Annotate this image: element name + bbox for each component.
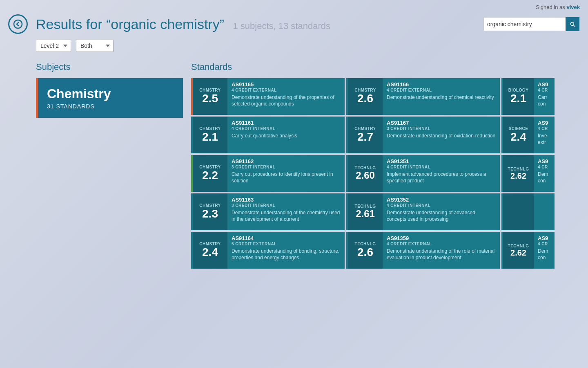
standards-row-5: CHMSTRY 2.4 AS91164 5 CREDIT EXTERNAL De… xyxy=(191,232,580,269)
std-credits-as91162: 3 CREDIT INTERNAL xyxy=(232,165,341,169)
title-suffix: ” xyxy=(220,16,224,32)
std-credits-science: 4 CR xyxy=(538,126,550,131)
back-button[interactable] xyxy=(8,14,28,34)
standards-row-2: CHMSTRY 2.1 AS91161 4 CREDIT INTERNAL Ca… xyxy=(191,117,580,153)
header-title: Results for “organic chemistry” 1 subjec… xyxy=(36,16,475,32)
std-number-2.3: 2.3 xyxy=(202,208,218,220)
std-desc-technlg-2: Dem con xyxy=(538,248,550,261)
std-number-bio: 2.1 xyxy=(510,92,526,105)
search-button[interactable] xyxy=(566,17,579,31)
svg-point-0 xyxy=(14,20,22,28)
std-desc-as91163: Demonstrate understanding of the chemist… xyxy=(232,209,341,222)
std-right-technlg-2: AS9 4 CR Dem con xyxy=(534,232,555,269)
std-number-2.2: 2.2 xyxy=(202,169,218,182)
subject-name: Chemistry xyxy=(47,86,174,101)
std-desc-as91167: Demonstrate understanding of oxidation-r… xyxy=(387,132,495,139)
std-code-as91162: AS91162 xyxy=(232,158,341,164)
subjects-col-header: Subjects xyxy=(36,62,191,72)
standard-card-science-partial[interactable]: SCIENCE 2.4 AS9 4 CR Inve extr xyxy=(501,117,555,153)
std-right-partial-4 xyxy=(534,193,542,230)
standard-card-as91164[interactable]: CHMSTRY 2.4 AS91164 5 CREDIT EXTERNAL De… xyxy=(191,232,345,269)
standard-card-as91162[interactable]: CHMSTRY 2.2 AS91162 3 CREDIT INTERNAL Ca… xyxy=(191,155,345,192)
std-code-as91352: AS91352 xyxy=(387,197,496,203)
std-credits-as91167: 3 CREDIT INTERNAL xyxy=(387,126,495,131)
std-credits-as91166: 4 CREDIT EXTERNAL xyxy=(387,88,494,92)
standard-card-as91163[interactable]: CHMSTRY 2.3 AS91163 3 CREDIT INTERNAL De… xyxy=(191,193,345,230)
std-credits-as91163: 3 CREDIT INTERNAL xyxy=(232,203,341,208)
standard-card-partial-4[interactable] xyxy=(501,193,555,230)
standard-card-technlg-partial-2[interactable]: TECHNLG 2.62 AS9 4 CR Dem con xyxy=(501,232,555,269)
std-code-as91165: AS91165 xyxy=(232,81,341,88)
std-number-2.61: 2.61 xyxy=(356,209,375,219)
std-code-as91166: AS91166 xyxy=(387,81,494,88)
std-right-as91162: AS91162 3 CREDIT INTERNAL Carry out proc… xyxy=(227,155,345,192)
std-credits-as91164: 5 CREDIT EXTERNAL xyxy=(232,242,341,246)
std-number-technlg-2: 2.62 xyxy=(510,248,526,257)
standard-card-as91166[interactable]: CHMSTRY 2.6 AS91166 4 CREDIT EXTERNAL De… xyxy=(346,78,500,115)
std-left-2.7: CHMSTRY 2.7 xyxy=(348,117,383,153)
header: Results for “organic chemistry” 1 subjec… xyxy=(0,10,588,34)
std-number-2.5: 2.5 xyxy=(202,92,218,105)
username-link[interactable]: vivek xyxy=(566,4,580,10)
std-left-2.5: CHMSTRY 2.5 xyxy=(193,78,227,115)
std-credits-as91359: 4 CREDIT EXTERNAL xyxy=(387,242,496,246)
std-number-2.1: 2.1 xyxy=(202,131,218,144)
std-credits-bio: 4 CR xyxy=(538,88,550,92)
std-number-2.6-tech: 2.6 xyxy=(357,246,373,259)
std-left-2.60: TECHNLG 2.60 xyxy=(348,155,383,192)
std-left-2.4: CHMSTRY 2.4 xyxy=(193,232,227,269)
std-credits-as91165: 4 CREDIT EXTERNAL xyxy=(232,88,341,92)
std-desc-as91161: Carry out quantitative analysis xyxy=(232,132,297,139)
std-desc-as91359: Demonstrate understanding of the role of… xyxy=(387,248,496,261)
main-content: Subjects Chemistry 31 STANDARDS Standard… xyxy=(0,52,588,277)
type-filter[interactable]: Both Internal External xyxy=(76,40,114,52)
std-number-2.4-b: 2.4 xyxy=(202,246,218,259)
standard-card-as91167[interactable]: CHMSTRY 2.7 AS91167 3 CREDIT INTERNAL De… xyxy=(346,117,500,153)
std-code-technlg-2: AS9 xyxy=(538,235,550,241)
std-subject-technlg-5: TECHNLG xyxy=(508,244,529,248)
standard-card-biology-partial[interactable]: BIOLOGY 2.1 AS9 4 CR Carr con xyxy=(501,78,555,115)
std-desc-as91166: Demonstrate understanding of chemical re… xyxy=(387,94,494,101)
standard-card-as91165[interactable]: CHMSTRY 2.5 AS91165 4 CREDIT EXTERNAL De… xyxy=(191,78,345,115)
std-right-as91166: AS91166 4 CREDIT EXTERNAL Demonstrate un… xyxy=(383,78,498,115)
std-left-2.1: CHMSTRY 2.1 xyxy=(193,117,227,153)
standards-row-3: CHMSTRY 2.2 AS91162 3 CREDIT INTERNAL Ca… xyxy=(191,155,580,192)
std-left-2.3: CHMSTRY 2.3 xyxy=(193,193,227,230)
std-code-as91161: AS91161 xyxy=(232,120,297,126)
subjects-column: Subjects Chemistry 31 STANDARDS xyxy=(36,62,191,269)
standard-card-as91351[interactable]: TECHNLG 2.60 AS91351 4 CREDIT INTERNAL I… xyxy=(346,155,500,192)
result-count: 1 subjects, 13 standards xyxy=(233,21,330,31)
std-desc-as91352: Demonstrate understanding of advanced co… xyxy=(387,209,496,222)
std-right-bio: AS9 4 CR Carr con xyxy=(534,78,555,115)
std-code-bio: AS9 xyxy=(538,81,550,88)
std-right-as91359: AS91359 4 CREDIT EXTERNAL Demonstrate un… xyxy=(383,232,500,269)
std-right-as91165: AS91165 4 CREDIT EXTERNAL Demonstrate un… xyxy=(227,78,345,115)
std-code-as91164: AS91164 xyxy=(232,235,341,241)
std-code-technlg-1: AS9 xyxy=(538,158,550,164)
search-input[interactable] xyxy=(484,19,566,29)
std-right-as91167: AS91167 3 CREDIT INTERNAL Demonstrate un… xyxy=(383,117,499,153)
search-query-title: organic chemistry xyxy=(111,16,219,32)
std-desc-science: Inve extr xyxy=(538,132,550,146)
subject-card-chemistry[interactable]: Chemistry 31 STANDARDS xyxy=(36,78,183,118)
std-desc-bio: Carr con xyxy=(538,94,550,107)
std-right-as91352: AS91352 4 CREDIT INTERNAL Demonstrate un… xyxy=(383,193,500,230)
standard-card-as91161[interactable]: CHMSTRY 2.1 AS91161 4 CREDIT INTERNAL Ca… xyxy=(191,117,345,153)
std-left-science: SCIENCE 2.4 xyxy=(503,117,534,153)
standard-card-as91359[interactable]: TECHNLG 2.6 AS91359 4 CREDIT EXTERNAL De… xyxy=(346,232,500,269)
std-left-2.6: CHMSTRY 2.6 xyxy=(348,78,383,115)
std-left-technlg-1: TECHNLG 2.62 xyxy=(503,155,534,192)
standard-card-technlg-partial-1[interactable]: TECHNLG 2.62 AS9 4 CR Dem con xyxy=(501,155,555,192)
std-right-as91161: AS91161 4 CREDIT INTERNAL Carry out quan… xyxy=(227,117,301,153)
level-filter[interactable]: Level 2 Level 1 Level 3 xyxy=(36,40,71,52)
standard-card-as91352[interactable]: TECHNLG 2.61 AS91352 4 CREDIT INTERNAL D… xyxy=(346,193,500,230)
standards-column: Standards CHMSTRY 2.5 AS91165 4 CREDIT E… xyxy=(191,62,580,269)
std-right-as91351: AS91351 4 CREDIT INTERNAL Implement adva… xyxy=(383,155,500,192)
std-left-2.6-tech: TECHNLG 2.6 xyxy=(348,232,383,269)
std-left-partial-4 xyxy=(503,193,534,230)
std-number-2.6: 2.6 xyxy=(357,92,373,105)
std-right-technlg-1: AS9 4 CR Dem con xyxy=(534,155,555,192)
std-right-science: AS9 4 CR Inve extr xyxy=(534,117,555,153)
signed-in-text: Signed in as xyxy=(536,4,565,10)
std-code-as91167: AS91167 xyxy=(387,120,495,126)
